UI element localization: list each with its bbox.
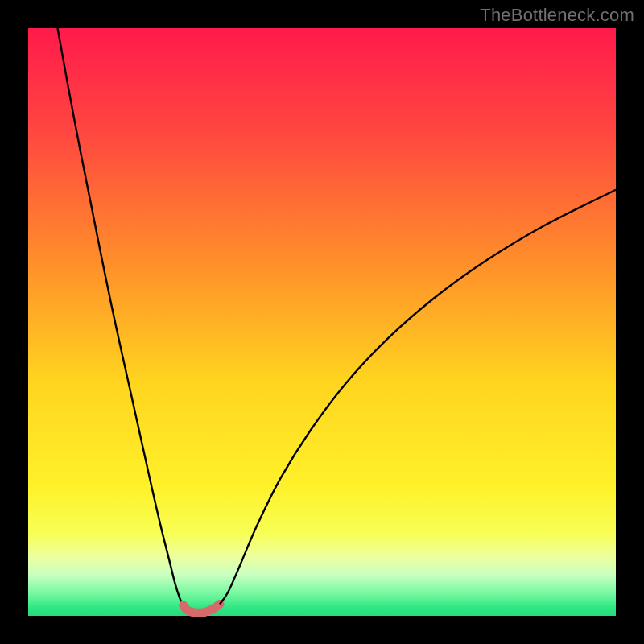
bottleneck-chart — [0, 0, 644, 644]
plot-background — [28, 28, 616, 616]
watermark-text: TheBottleneck.com — [480, 5, 634, 26]
chart-frame: TheBottleneck.com — [0, 0, 644, 644]
